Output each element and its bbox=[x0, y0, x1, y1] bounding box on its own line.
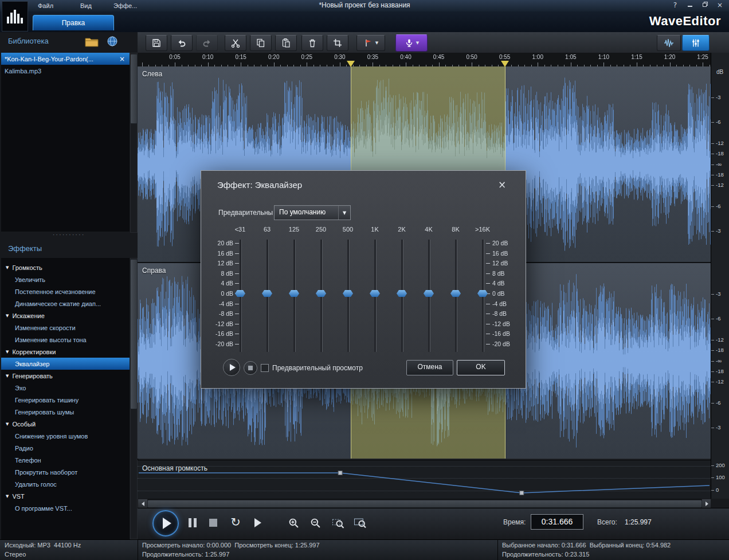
zoom-selection-button[interactable] bbox=[330, 516, 346, 529]
eq-slider-handle[interactable] bbox=[477, 290, 488, 297]
cut-icon bbox=[230, 38, 241, 48]
restore-button[interactable] bbox=[698, 1, 712, 10]
library-list: *Kon-Kan-I-Beg-Your-Pardon(... × Kalimba… bbox=[1, 53, 130, 232]
eq-slider-handle[interactable] bbox=[235, 290, 245, 297]
effects-tree-item[interactable]: ▼ Громкость bbox=[1, 261, 130, 273]
effects-tree-item[interactable]: ▼ Снижение уровня шумов bbox=[1, 430, 130, 442]
menu-item-file[interactable]: Файл bbox=[32, 0, 59, 11]
eq-scale-label: -16 dB bbox=[492, 330, 510, 337]
open-folder-button[interactable] bbox=[84, 35, 100, 49]
volume-track[interactable]: Основная громкость bbox=[138, 460, 711, 499]
delete-button[interactable] bbox=[301, 35, 323, 51]
envelope-handle[interactable] bbox=[520, 491, 524, 495]
timeline-ruler[interactable]: 0:050:100:150:200:250:300:350:400:450:50… bbox=[138, 53, 711, 66]
stop-button[interactable] bbox=[209, 518, 218, 527]
preview-stop-button[interactable] bbox=[244, 361, 257, 375]
effects-tree-item[interactable]: ▼ Генерировать тишину bbox=[1, 394, 130, 406]
web-button[interactable] bbox=[104, 34, 120, 48]
ok-button[interactable]: OK bbox=[457, 360, 505, 375]
effects-tree-item[interactable]: ▼ Корректировки bbox=[1, 346, 130, 358]
ruler-label: 1:20 bbox=[664, 54, 675, 60]
close-icon[interactable]: × bbox=[118, 55, 126, 63]
menu-item-effects[interactable]: Эффе... bbox=[108, 0, 143, 11]
marker-button[interactable]: ▼ bbox=[356, 35, 385, 51]
menu-item-view[interactable]: Вид bbox=[75, 0, 97, 11]
effects-tree-item[interactable]: ▼ Изменение скорости bbox=[1, 322, 130, 334]
effects-tree-item[interactable]: ▼ Постепенное исчезновение bbox=[1, 285, 130, 297]
scroll-thumb[interactable] bbox=[147, 500, 702, 508]
effects-tree-item[interactable]: ▼ Динамическое сжатие диап... bbox=[1, 297, 130, 310]
library-scrollbar-thumb[interactable] bbox=[130, 54, 138, 124]
record-button[interactable]: ▼ bbox=[395, 34, 428, 52]
play-small-button[interactable] bbox=[252, 517, 264, 528]
waveform-view-button[interactable] bbox=[657, 35, 681, 51]
effects-tree-item[interactable]: ▼ Генерировать bbox=[1, 370, 130, 382]
eq-slider-handle[interactable] bbox=[370, 290, 380, 297]
effects-tree-item[interactable]: ▼ Эквалайзер bbox=[1, 358, 130, 370]
envelope-handle[interactable] bbox=[338, 471, 342, 475]
effects-tree-item[interactable]: ▼ Удалить голос bbox=[1, 478, 130, 490]
triangle-right-icon bbox=[706, 502, 708, 506]
db-scale-label: -3 bbox=[716, 95, 720, 100]
db-scale-label: 0 bbox=[716, 487, 719, 493]
library-item[interactable]: Kalimba.mp3 × bbox=[1, 65, 130, 77]
effects-tree-item[interactable]: ▼ Искажение bbox=[1, 310, 130, 322]
eq-dialog: Эффект: Эквалайзер × Предварительны По у… bbox=[201, 170, 526, 389]
preview-checkbox[interactable] bbox=[261, 364, 269, 372]
effects-tree-item[interactable]: ▼ Изменение высоты тона bbox=[1, 334, 130, 346]
selection-end-handle[interactable] bbox=[501, 61, 509, 67]
effects-scrollbar-thumb[interactable] bbox=[130, 259, 138, 409]
selection-start-handle[interactable] bbox=[347, 61, 355, 67]
undo-button[interactable] bbox=[171, 35, 193, 51]
volume-envelope[interactable] bbox=[138, 460, 711, 499]
preview-play-button[interactable] bbox=[223, 359, 240, 376]
effects-tree-item[interactable]: ▼ Генерировать шумы bbox=[1, 406, 130, 418]
save-button[interactable] bbox=[146, 35, 167, 51]
effects-tree-item[interactable]: ▼ Увеличить bbox=[1, 273, 130, 285]
eq-slider-handle[interactable] bbox=[262, 290, 272, 297]
effects-item-label: Генерировать шумы bbox=[15, 409, 74, 416]
effects-tree-item[interactable]: ▼ Телефон bbox=[1, 454, 130, 466]
effects-tree-item[interactable]: ▼ Особый bbox=[1, 418, 130, 430]
eq-scale-label: -4 dB bbox=[209, 300, 233, 307]
mixer-view-button[interactable] bbox=[682, 35, 710, 51]
effects-item-label: Радио bbox=[15, 445, 33, 452]
close-button[interactable]: × bbox=[713, 1, 727, 10]
panel-splitter[interactable]: ·········· bbox=[0, 232, 138, 240]
eq-slider-handle[interactable] bbox=[424, 290, 434, 297]
zoom-in-button[interactable] bbox=[287, 516, 300, 529]
eq-slider-handle[interactable] bbox=[450, 290, 461, 297]
chevron-down-icon: ▼ bbox=[6, 374, 9, 378]
zoom-out-button[interactable] bbox=[308, 516, 322, 529]
cancel-button[interactable]: Отмена bbox=[406, 360, 453, 375]
eq-slider-handle[interactable] bbox=[316, 290, 326, 297]
copy-button[interactable] bbox=[250, 35, 272, 51]
pause-button[interactable] bbox=[187, 518, 198, 528]
time-display[interactable]: 0:31.666 bbox=[531, 514, 583, 530]
eq-slider-handle[interactable] bbox=[289, 290, 299, 297]
effects-tree-item[interactable]: ▼ Эхо bbox=[1, 382, 130, 394]
status-selection-duration: Продолжительность: 0:23.315 bbox=[502, 551, 589, 558]
redo-button[interactable] bbox=[196, 35, 218, 51]
eq-band-label: 2K bbox=[398, 226, 405, 233]
minimize-button[interactable] bbox=[683, 1, 697, 10]
play-button[interactable] bbox=[152, 510, 179, 536]
loop-button[interactable]: ↻ bbox=[228, 515, 243, 530]
library-item[interactable]: *Kon-Kan-I-Beg-Your-Pardon(... × bbox=[1, 53, 130, 65]
paste-button[interactable] bbox=[275, 35, 297, 51]
zoom-all-button[interactable] bbox=[352, 516, 368, 529]
effects-tree-item[interactable]: ▼ Радио bbox=[1, 442, 130, 454]
effects-tree-item[interactable]: ▼ О программе VST... bbox=[1, 502, 130, 514]
effects-tree: ▼ Громкость ▼ Увеличить ▼ Постепенное ис… bbox=[1, 258, 130, 543]
cut-button[interactable] bbox=[225, 35, 246, 51]
help-button[interactable]: ? bbox=[668, 1, 682, 10]
tab-edit[interactable]: Правка bbox=[33, 15, 114, 30]
db-scale-label: -12 bbox=[716, 182, 724, 188]
eq-slider-handle[interactable] bbox=[397, 290, 407, 297]
eq-scale-label: 4 dB bbox=[209, 280, 233, 287]
effects-tree-item[interactable]: ▼ VST bbox=[1, 490, 130, 502]
effects-tree-item[interactable]: ▼ Прокрутить наоборот bbox=[1, 466, 130, 478]
eq-slider-handle[interactable] bbox=[343, 290, 353, 297]
db-scale-label: -3 bbox=[716, 228, 720, 234]
trim-button[interactable] bbox=[327, 35, 348, 51]
